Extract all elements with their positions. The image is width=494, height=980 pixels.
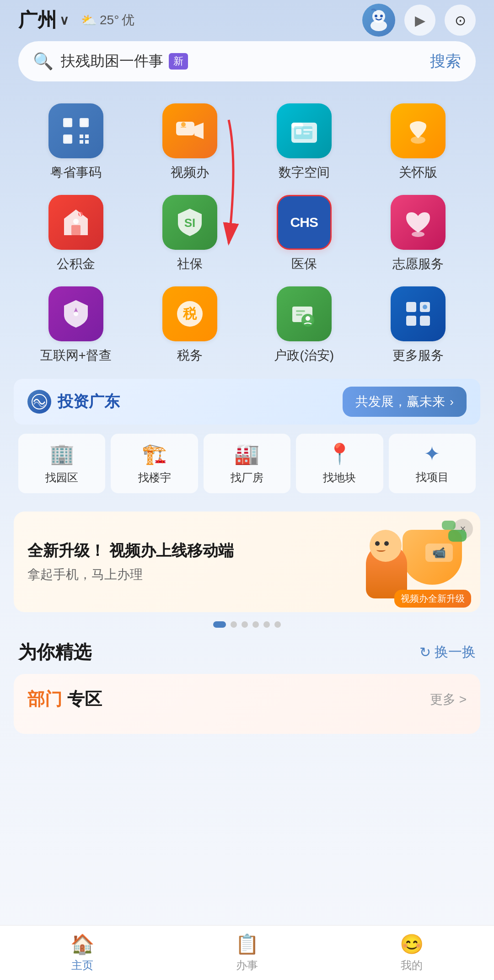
project-label: 找项目 — [416, 470, 449, 485]
promo-image: 📹 视频办全新升级 — [357, 525, 467, 598]
more-services-label: 更多服务 — [392, 347, 444, 364]
status-bar: 广州 ∨ ⛅ 25° 优 ▶ ⊙ — [0, 0, 494, 37]
tasks-icon: 📋 — [235, 933, 259, 955]
service-item-volunteer[interactable]: 志愿服务 — [364, 195, 473, 273]
social-security-label: 社保 — [177, 255, 203, 273]
land-icon: 📍 — [327, 442, 352, 466]
promo-badge: 视频办全新升级 — [394, 590, 471, 608]
svg-rect-9 — [81, 119, 87, 126]
volunteer-label: 志愿服务 — [392, 255, 444, 273]
status-right: ▶ ⊙ — [362, 4, 476, 37]
service-item-more-services[interactable]: 更多服务 — [364, 286, 473, 364]
building-icon: 🏗️ — [142, 442, 167, 466]
invest-logo-text: 投资广东 — [58, 391, 120, 412]
promo-banner[interactable]: × 全新升级！ 视频办上线移动端 拿起手机，马上办理 📹 — [14, 512, 480, 612]
building-label: 找楼宇 — [138, 470, 171, 485]
service-item-household[interactable]: 户政(治安) — [249, 286, 359, 364]
invest-item-park[interactable]: 🏢 找园区 — [18, 434, 105, 493]
invest-banner[interactable]: 投资广东 共发展，赢未来 › — [14, 379, 480, 425]
svg-rect-37 — [296, 310, 305, 312]
svg-text:税: 税 — [183, 306, 197, 321]
tab-tasks[interactable]: 📋 办事 — [165, 933, 329, 973]
service-item-provident-fund[interactable]: 公积金 — [21, 195, 131, 273]
svg-rect-10 — [80, 135, 83, 138]
digital-space-icon — [277, 103, 332, 158]
mine-label: 我的 — [401, 958, 423, 973]
svg-rect-23 — [71, 225, 81, 235]
tab-mine[interactable]: 😊 我的 — [329, 933, 494, 973]
service-item-internet-supervision[interactable]: 互联网+督查 — [21, 286, 131, 364]
city-selector[interactable]: 广州 ∨ — [18, 7, 69, 33]
svg-point-36 — [306, 316, 310, 321]
svg-point-22 — [411, 136, 425, 144]
new-badge: 新 — [169, 53, 188, 70]
service-item-care-version[interactable]: 关怀版 — [364, 103, 473, 181]
search-bar[interactable]: 🔍 扶残助困一件事 新 搜索 — [18, 41, 476, 81]
tab-home[interactable]: 🏠 主页 — [0, 933, 165, 973]
tasks-label: 办事 — [236, 958, 258, 973]
provident-fund-icon — [48, 195, 103, 250]
invest-item-building[interactable]: 🏗️ 找楼宇 — [111, 434, 198, 493]
promo-text: 全新升级！ 视频办上线移动端 拿起手机，马上办理 — [27, 540, 357, 583]
temperature: 25° — [100, 13, 119, 27]
svg-point-1 — [370, 20, 387, 31]
svg-rect-38 — [296, 314, 302, 316]
dot-4[interactable] — [252, 621, 259, 628]
scan-button[interactable]: ⊙ — [445, 5, 476, 36]
svg-point-31 — [74, 312, 78, 316]
carousel-dots — [0, 621, 494, 628]
air-quality: 优 — [122, 11, 134, 29]
invest-grid: 🏢 找园区 🏗️ 找楼宇 🏭 找厂房 📍 找地块 ✦ 找项目 — [14, 429, 480, 502]
park-icon: 🏢 — [49, 442, 75, 466]
invest-logo-icon — [27, 390, 51, 414]
dept-more-button[interactable]: 更多 > — [430, 691, 467, 708]
invest-right[interactable]: 共发展，赢未来 › — [343, 387, 467, 417]
invest-item-land[interactable]: 📍 找地块 — [296, 434, 383, 493]
dept-title-orange: 部门 — [27, 689, 62, 709]
internet-supervision-icon — [48, 286, 103, 341]
invest-tagline: 共发展，赢未来 — [355, 393, 445, 410]
dot-5[interactable] — [263, 621, 270, 628]
care-version-icon — [391, 103, 446, 158]
svg-rect-11 — [85, 135, 89, 138]
yue-code-label: 粤省事码 — [50, 164, 102, 181]
dot-1[interactable] — [213, 621, 226, 628]
search-input[interactable]: 扶残助困一件事 新 — [61, 51, 423, 71]
search-icon: 🔍 — [33, 52, 54, 71]
bot-avatar[interactable] — [362, 4, 395, 37]
svg-rect-7 — [64, 136, 71, 142]
for-you-header: 为你精选 ↻ 换一换 — [0, 635, 494, 674]
home-label: 主页 — [71, 958, 93, 973]
medical-insurance-icon: CHS — [277, 195, 332, 250]
invest-item-factory[interactable]: 🏭 找厂房 — [204, 434, 290, 493]
project-icon: ✦ — [424, 442, 440, 465]
svg-point-3 — [380, 15, 383, 17]
dot-2[interactable] — [231, 621, 237, 628]
location-button[interactable]: ▶ — [404, 5, 435, 36]
tax-label: 税务 — [177, 347, 203, 364]
svg-text:SI: SI — [184, 216, 196, 230]
dot-3[interactable] — [242, 621, 248, 628]
svg-rect-12 — [80, 140, 83, 144]
search-button[interactable]: 搜索 — [430, 51, 461, 72]
volunteer-icon — [391, 195, 446, 250]
household-label: 户政(治安) — [274, 347, 334, 364]
city-name: 广州 — [18, 7, 57, 33]
for-you-title: 为你精选 — [18, 640, 91, 665]
service-item-medical-insurance[interactable]: CHS 医保 — [249, 195, 359, 273]
svg-rect-19 — [296, 129, 301, 135]
service-item-yue-code[interactable]: 粤省事码 — [21, 103, 131, 181]
svg-rect-39 — [406, 302, 416, 312]
provident-fund-label: 公积金 — [57, 255, 95, 273]
yue-code-icon — [48, 103, 103, 158]
land-label: 找地块 — [323, 470, 356, 485]
service-item-digital-space[interactable]: 数字空间 — [249, 103, 359, 181]
dot-6[interactable] — [274, 621, 281, 628]
svg-rect-5 — [64, 119, 71, 126]
refresh-button[interactable]: ↻ 换一换 — [419, 643, 476, 662]
service-item-tax[interactable]: 税 税务 — [135, 286, 245, 364]
promo-characters: 📹 视频办全新升级 — [357, 525, 467, 598]
invest-item-project[interactable]: ✦ 找项目 — [389, 434, 476, 493]
service-grid-row3: 互联网+督查 税 税务 户政(治安) — [14, 275, 480, 372]
invest-left: 投资广东 — [27, 390, 120, 414]
